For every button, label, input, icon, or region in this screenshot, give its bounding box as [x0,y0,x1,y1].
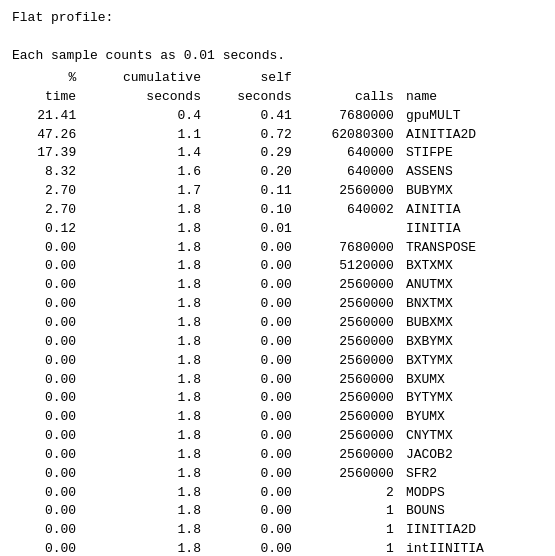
cumul-cell: 1.8 [80,333,205,352]
self-cell: 0.00 [205,521,296,540]
self-cell: 0.20 [205,163,296,182]
name-cell: CNYTMX [398,427,543,446]
calls-cell: 7680000 [296,107,398,126]
sample-count-line: Each sample counts as 0.01 seconds. [12,48,543,63]
self-cell: 0.00 [205,295,296,314]
table-row: 0.001.80.002560000JACOB2 [12,446,543,465]
cumul-cell: 1.8 [80,502,205,521]
self-cell: 0.00 [205,484,296,503]
pct-cell: 2.70 [12,201,80,220]
table-row: 0.001.80.002560000BYUMX [12,408,543,427]
cumul-cell: 1.8 [80,314,205,333]
calls-cell: 2560000 [296,427,398,446]
table-row: 0.121.80.01IINITIA [12,220,543,239]
pct-cell: 0.00 [12,502,80,521]
cumul-cell: 1.8 [80,408,205,427]
calls-cell: 1 [296,540,398,556]
table-row: 0.001.80.001intIINITIA [12,540,543,556]
cumul-cell: 1.8 [80,276,205,295]
pct-time-header: %time [12,69,80,107]
name-cell: STIFPE [398,144,543,163]
pct-cell: 0.00 [12,295,80,314]
cumul-cell: 1.8 [80,239,205,258]
self-cell: 0.00 [205,389,296,408]
self-cell: 0.00 [205,371,296,390]
pct-cell: 0.00 [12,257,80,276]
self-cell: 0.00 [205,352,296,371]
name-cell: BYTYMX [398,389,543,408]
table-row: 0.001.80.002560000SFR2 [12,465,543,484]
self-cell: 0.00 [205,427,296,446]
calls-cell: 2 [296,484,398,503]
cumul-cell: 1.8 [80,201,205,220]
calls-cell: 5120000 [296,257,398,276]
pct-cell: 21.41 [12,107,80,126]
self-cell: 0.00 [205,446,296,465]
calls-cell: 2560000 [296,182,398,201]
name-cell: BNXTMX [398,295,543,314]
calls-cell: 62080300 [296,126,398,145]
table-row: 8.321.60.20640000ASSENS [12,163,543,182]
name-cell: JACOB2 [398,446,543,465]
pct-cell: 0.12 [12,220,80,239]
pct-cell: 0.00 [12,465,80,484]
name-cell: SFR2 [398,465,543,484]
table-row: 0.001.80.002MODPS [12,484,543,503]
table-row: 0.001.80.002560000ANUTMX [12,276,543,295]
pct-cell: 0.00 [12,521,80,540]
name-cell: BXUMX [398,371,543,390]
calls-cell: 7680000 [296,239,398,258]
calls-cell: 2560000 [296,333,398,352]
calls-cell: 640000 [296,144,398,163]
table-row: 0.001.80.002560000BXTYMX [12,352,543,371]
self-cell: 0.00 [205,408,296,427]
cumulative-header: cumulativeseconds [80,69,205,107]
self-cell: 0.41 [205,107,296,126]
calls-cell: 2560000 [296,352,398,371]
calls-cell: 2560000 [296,295,398,314]
name-cell: BUBXMX [398,314,543,333]
calls-cell: 2560000 [296,276,398,295]
calls-cell: 2560000 [296,408,398,427]
flat-profile-title: Flat profile: [12,10,543,25]
self-cell: 0.00 [205,314,296,333]
self-cell: 0.00 [205,540,296,556]
calls-cell: 2560000 [296,446,398,465]
name-cell: BOUNS [398,502,543,521]
pct-cell: 0.00 [12,427,80,446]
cumul-cell: 1.8 [80,465,205,484]
calls-cell: 2560000 [296,371,398,390]
pct-cell: 0.00 [12,276,80,295]
name-cell: IINITIA2D [398,521,543,540]
table-row: 0.001.80.001BOUNS [12,502,543,521]
name-cell: TRANSPOSE [398,239,543,258]
cumul-cell: 1.1 [80,126,205,145]
name-cell: AINITIA [398,201,543,220]
cumul-cell: 1.8 [80,220,205,239]
self-cell: 0.11 [205,182,296,201]
calls-cell [296,220,398,239]
pct-cell: 0.00 [12,371,80,390]
self-header: selfseconds [205,69,296,107]
calls-cell: 2560000 [296,314,398,333]
table-row: 2.701.80.10640002AINITIA [12,201,543,220]
table-row: 0.001.80.002560000BXUMX [12,371,543,390]
self-cell: 0.00 [205,239,296,258]
name-cell: BXTXMX [398,257,543,276]
pct-cell: 0.00 [12,333,80,352]
name-cell: AINITIA2D [398,126,543,145]
name-header: name [398,69,543,107]
cumul-cell: 1.6 [80,163,205,182]
table-row: 0.001.80.007680000TRANSPOSE [12,239,543,258]
cumul-cell: 1.8 [80,257,205,276]
cumul-cell: 1.8 [80,446,205,465]
cumul-cell: 1.8 [80,540,205,556]
pct-cell: 47.26 [12,126,80,145]
pct-cell: 0.00 [12,484,80,503]
pct-cell: 0.00 [12,352,80,371]
calls-cell: 2560000 [296,465,398,484]
pct-cell: 8.32 [12,163,80,182]
pct-cell: 0.00 [12,408,80,427]
table-row: 2.701.70.112560000BUBYMX [12,182,543,201]
calls-cell: 2560000 [296,389,398,408]
